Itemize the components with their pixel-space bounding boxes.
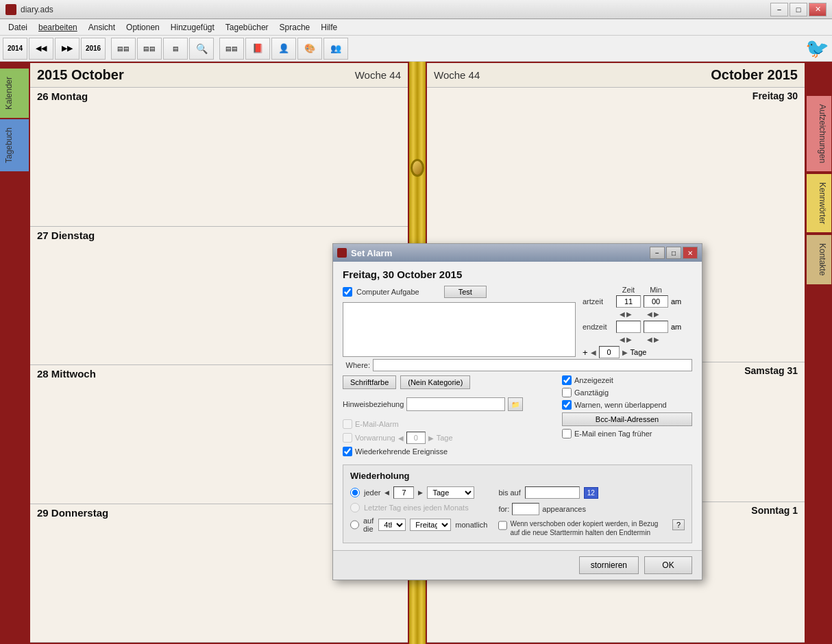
test-button[interactable]: Test xyxy=(444,286,487,298)
window-title: diary.ads xyxy=(21,5,53,14)
vorwarnung-left[interactable]: ◀ xyxy=(398,434,404,442)
jeder-row: jeder ◀ ▶ Tage Wochen Monate xyxy=(350,486,487,499)
endzeit-row: endzeit am xyxy=(583,321,692,333)
modal-overlay: Set Alarm − □ ✕ Freitag, 30 October 2015 xyxy=(0,62,832,644)
startzeit-hour-down[interactable]: ◀ xyxy=(620,310,625,318)
tage-plus-btn[interactable]: + xyxy=(583,347,588,358)
vorwarnung-right[interactable]: ▶ xyxy=(428,434,434,442)
toolbar-view1[interactable]: ▤▤ xyxy=(111,38,136,60)
jeder-left-arrow[interactable]: ◀ xyxy=(384,489,389,496)
cancel-button[interactable]: stornieren xyxy=(579,556,639,574)
modal-maximize-btn[interactable]: □ xyxy=(666,247,681,259)
startzeit-min-up[interactable]: ▶ xyxy=(654,310,659,318)
auf-die-radio[interactable] xyxy=(350,520,359,530)
tage-value-input[interactable] xyxy=(599,346,620,358)
vorwarnung-label: Vorwarnung xyxy=(355,434,395,442)
toolbar-person[interactable]: 👤 xyxy=(271,38,296,60)
startzeit-ampm: am xyxy=(671,297,681,306)
toolbar-people[interactable]: 👥 xyxy=(323,38,348,60)
hinweisbeziehung-input[interactable] xyxy=(406,397,505,411)
endzeit-hour-input[interactable] xyxy=(616,321,641,333)
modal-title: Set Alarm xyxy=(351,248,392,258)
startzeit-hour-input[interactable] xyxy=(616,295,641,308)
startzeit-row: artzeit am xyxy=(583,295,692,308)
maximize-button[interactable]: □ xyxy=(790,3,807,16)
email-frueher-checkbox[interactable] xyxy=(562,429,572,438)
zeit-col-header: Zeit xyxy=(616,286,641,294)
bcc-button[interactable]: Bcc-Mail-Adressen xyxy=(562,412,692,426)
toolbar-list[interactable]: ▤▤ xyxy=(219,38,244,60)
toolbar-color[interactable]: 🎨 xyxy=(297,38,322,60)
toolbar-next-next[interactable]: ▶▶ xyxy=(55,38,79,60)
bisauf-input[interactable] xyxy=(525,486,580,499)
email-alarm-checkbox[interactable] xyxy=(343,419,352,429)
window-controls: − □ ✕ xyxy=(770,3,827,16)
startzeit-label: artzeit xyxy=(583,297,613,306)
kategorie-button[interactable]: (Nein Kategorie) xyxy=(400,375,470,389)
anzeigezeit-checkbox[interactable] xyxy=(562,375,572,385)
jeder-value-input[interactable] xyxy=(393,486,414,499)
menu-bearbeiten[interactable]: bearbeiten xyxy=(33,21,83,34)
schriftfarbe-button[interactable]: Schriftfarbe xyxy=(343,375,396,389)
tage-right-arrow[interactable]: ▶ xyxy=(622,349,628,356)
toolbar: 2014 ◀◀ ▶▶ 2016 ▤▤ ▤▤ ▤ 🔍 ▤▤ 📕 👤 🎨 👥 🐦 xyxy=(0,36,832,62)
menu-hilfe[interactable]: Hilfe xyxy=(315,21,343,34)
minimize-button[interactable]: − xyxy=(770,3,788,16)
endzeit-min-up[interactable]: ▶ xyxy=(654,336,659,343)
modal-footer: stornieren OK xyxy=(333,550,702,580)
event-description-field[interactable] xyxy=(343,302,576,357)
wiederholung-section: Wiederholung jeder ◀ ▶ xyxy=(343,465,692,543)
modal-close-btn[interactable]: ✕ xyxy=(683,247,698,259)
startzeit-min-down[interactable]: ◀ xyxy=(647,310,652,318)
toolbar-view2[interactable]: ▤▤ xyxy=(137,38,162,60)
toolbar-view3[interactable]: ▤ xyxy=(163,38,188,60)
hinweisbeziehung-browse-btn[interactable]: 📁 xyxy=(508,397,523,411)
where-input[interactable] xyxy=(373,359,692,371)
menu-hinzugefuegt[interactable]: Hinzugefügt xyxy=(165,21,220,34)
ganztaegig-checkbox[interactable] xyxy=(562,388,572,397)
toolbar-book[interactable]: 📕 xyxy=(245,38,270,60)
endzeit-min-down[interactable]: ◀ xyxy=(647,336,652,343)
vorwarnung-value-input[interactable] xyxy=(406,432,426,444)
bisauf-calendar-btn[interactable]: 12 xyxy=(584,487,598,499)
endzeit-hour-up[interactable]: ▶ xyxy=(626,336,632,343)
title-bar: diary.ads − □ ✕ xyxy=(0,0,832,19)
warnen-checkbox[interactable] xyxy=(562,400,572,410)
email-frueher-label: E-Mail einen Tag früher xyxy=(574,430,652,438)
jeder-unit-select[interactable]: Tage Wochen Monate xyxy=(427,486,474,499)
toolbar-prev-prev[interactable]: ◀◀ xyxy=(29,38,53,60)
endzeit-min-input[interactable] xyxy=(644,321,668,333)
modal-minimize-btn[interactable]: − xyxy=(650,247,665,259)
toolbar-2016[interactable]: 2016 xyxy=(81,38,106,60)
monatlich-label: monatlich xyxy=(455,521,487,529)
tage-left-arrow[interactable]: ◀ xyxy=(591,349,596,356)
hinweisbeziehung-row: Hinweisbeziehung 📁 xyxy=(343,397,523,411)
memo-checkbox[interactable] xyxy=(498,521,507,530)
menu-tagebucher[interactable]: Tagebücher xyxy=(220,21,274,34)
computer-aufgabe-checkbox[interactable] xyxy=(343,287,352,297)
auf-die-day-select[interactable]: Freitag xyxy=(410,519,451,531)
jeder-radio[interactable] xyxy=(350,488,360,497)
auf-die-value-select[interactable]: 4th xyxy=(378,519,406,531)
email-frueher-row: E-Mail einen Tag früher xyxy=(562,429,692,438)
letzter-tag-row: Letzter Tag eines jeden Monats xyxy=(350,503,487,512)
memo-help-btn[interactable]: ? xyxy=(672,519,685,530)
wiederkehrende-checkbox[interactable] xyxy=(343,447,352,456)
toolbar-search[interactable]: 🔍 xyxy=(189,38,214,60)
min-col-header: Min xyxy=(644,286,668,294)
startzeit-min-input[interactable] xyxy=(644,295,668,308)
for-value-input[interactable] xyxy=(512,503,539,515)
ok-button[interactable]: OK xyxy=(644,556,692,574)
endzeit-hour-down[interactable]: ◀ xyxy=(620,336,625,343)
vorwarnung-checkbox[interactable] xyxy=(343,433,352,443)
menu-optionen[interactable]: Optionen xyxy=(121,21,165,34)
menu-ansicht[interactable]: Ansicht xyxy=(83,21,121,34)
menu-datei[interactable]: Datei xyxy=(3,21,33,34)
close-button[interactable]: ✕ xyxy=(809,3,827,16)
where-row: Where: xyxy=(343,359,692,371)
startzeit-hour-up[interactable]: ▶ xyxy=(626,310,632,318)
menu-sprache[interactable]: Sprache xyxy=(274,21,316,34)
letzter-tag-radio[interactable] xyxy=(350,503,360,512)
toolbar-2014[interactable]: 2014 xyxy=(3,38,27,60)
jeder-right-arrow[interactable]: ▶ xyxy=(418,489,423,496)
